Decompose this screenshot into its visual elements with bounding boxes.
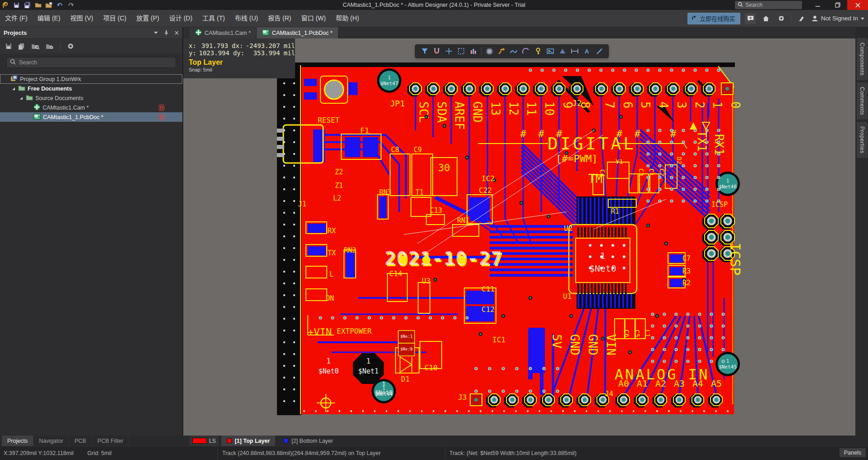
layer-tab-1[interactable]: [1] Top Layer <box>221 436 276 446</box>
tree-expand-arrow[interactable] <box>19 96 24 100</box>
open-project-icon[interactable] <box>43 0 54 10</box>
global-search-input[interactable]: Search <box>735 1 802 9</box>
search-placeholder: Search <box>19 59 37 66</box>
menu-bar: 文件 (F)编辑 (E)视图 (V)项目 (C)放置 (P)设计 (D)工具 (… <box>0 10 868 27</box>
tree-expand-arrow[interactable] <box>11 87 16 91</box>
menu-item-1[interactable]: 文件 (F) <box>0 10 33 27</box>
svg-text:RN1: RN1 <box>457 216 469 225</box>
svg-text:$Net46: $Net46 <box>719 184 737 190</box>
menu-item-9[interactable]: 报告 (R) <box>263 10 296 27</box>
minimize-button[interactable] <box>809 0 826 10</box>
projects-search-input[interactable]: Search <box>6 57 176 68</box>
route-icon[interactable] <box>497 47 506 56</box>
svg-text:F1: F1 <box>360 126 369 135</box>
string-icon[interactable]: A <box>582 47 591 56</box>
svg-text:12: 12 <box>507 101 520 115</box>
menu-item-10[interactable]: 窗口 (W) <box>296 10 331 27</box>
via-key-icon[interactable] <box>534 47 543 56</box>
svg-text:11: 11 <box>525 101 538 115</box>
brush-icon[interactable] <box>796 13 807 24</box>
svg-text:C6: C6 <box>623 330 630 337</box>
svg-text:0: 0 <box>729 101 742 109</box>
snap-magnet-icon[interactable] <box>432 47 441 56</box>
redo-icon[interactable] <box>65 0 76 10</box>
save-all-icon[interactable] <box>22 0 33 10</box>
bottom-tab-2[interactable]: Navigator <box>33 436 69 446</box>
folder-search-icon[interactable] <box>31 43 39 49</box>
tree-item-4[interactable]: CAMtastic1.Cam *D <box>0 103 182 112</box>
buy-online-button[interactable]: 立即在线购买 <box>687 13 740 24</box>
tree-item-label: CAMtastic1_1.PcbDoc * <box>43 114 103 120</box>
pcb-board[interactable]: SCLSDAAREFGND131211109876543210######5VG… <box>277 62 743 429</box>
right-tab-properties[interactable]: Properties <box>857 122 868 158</box>
selection-icon[interactable] <box>457 47 466 56</box>
cursor-coordinates: X:397.209mil Y:1032.118mil <box>4 450 74 456</box>
copy-documents-icon[interactable] <box>18 43 25 50</box>
pin-icon[interactable] <box>164 30 168 35</box>
bottom-tab-1[interactable]: Projects <box>2 436 33 446</box>
search-icon <box>738 2 743 9</box>
tree-item-1[interactable]: Project Group 1.DsnWrk <box>0 74 182 84</box>
menu-item-3[interactable]: 视图 (V) <box>65 10 98 27</box>
open-icon[interactable] <box>33 0 43 10</box>
right-tab-components[interactable]: Components <box>857 38 868 80</box>
image-icon[interactable] <box>546 47 555 56</box>
svg-text:C3: C3 <box>638 168 645 176</box>
sign-in-button[interactable]: Not Signed In <box>811 15 864 22</box>
dimension-icon[interactable] <box>570 47 579 56</box>
menu-item-6[interactable]: 设计 (D) <box>164 10 197 27</box>
menu-item-2[interactable]: 编辑 (E) <box>33 10 66 27</box>
layer-set-chip[interactable]: LS <box>190 436 219 446</box>
save-icon[interactable] <box>11 0 22 10</box>
svg-text:C12: C12 <box>482 305 495 314</box>
pads-icon[interactable] <box>469 47 478 56</box>
menu-item-8[interactable]: 布线 (U) <box>230 10 263 27</box>
panel-close-icon[interactable] <box>175 31 179 35</box>
hover-info: Track (240.88mil,983.68mil)(264.84mil,95… <box>222 450 381 456</box>
undo-icon[interactable] <box>54 0 65 10</box>
layer-tab-label: [1] Top Layer <box>235 438 270 444</box>
tree-item-3[interactable]: Source Documents <box>0 93 182 103</box>
svg-text:T1: T1 <box>415 188 424 196</box>
menu-item-11[interactable]: 帮助 (H) <box>331 10 364 27</box>
document-tab-2[interactable]: CAMtastic1_1.PcbDoc * <box>257 27 338 38</box>
components-icon[interactable] <box>485 47 494 56</box>
layer-tab-label: [2] Bottom Layer <box>291 438 333 444</box>
line-icon[interactable] <box>595 47 604 56</box>
pcb-icon <box>262 29 269 37</box>
track-icon[interactable] <box>509 47 518 56</box>
layer-tab-2[interactable]: [2] Bottom Layer <box>278 436 339 446</box>
pcb-canvas[interactable]: x:391.793 dx:-2493.207 mil y:1023.994 dy… <box>183 38 855 436</box>
tree-item-2[interactable]: Free Documents <box>0 84 182 93</box>
restore-button[interactable] <box>829 0 846 10</box>
tree-item-5[interactable]: CAMtastic1_1.PcbDoc *D <box>0 112 182 122</box>
arc-icon[interactable] <box>521 47 530 56</box>
right-tab-comments[interactable]: Comments <box>857 82 868 120</box>
panels-button[interactable]: Panels <box>839 448 866 457</box>
bottom-tab-4[interactable]: PCB Filter <box>92 436 129 446</box>
panel-dropdown-icon[interactable] <box>154 31 158 34</box>
svg-text:SDA: SDA <box>435 101 448 123</box>
bottom-tab-3[interactable]: PCB <box>69 436 92 446</box>
svg-text:ICSP: ICSP <box>711 201 728 209</box>
canvas-toolbar: A <box>415 44 609 58</box>
filter-icon[interactable] <box>420 47 429 56</box>
svg-text:5V: 5V <box>550 334 563 348</box>
menu-item-4[interactable]: 项目 (C) <box>98 10 131 27</box>
comment-add-icon[interactable] <box>745 13 756 24</box>
save-icon[interactable] <box>5 43 12 49</box>
gear-icon[interactable] <box>776 13 787 24</box>
settings-gear-icon[interactable] <box>67 43 74 50</box>
crosshair-icon[interactable] <box>444 47 453 56</box>
person-icon <box>811 15 818 22</box>
polygon-icon[interactable] <box>558 47 567 56</box>
home-icon[interactable] <box>760 13 771 24</box>
cam-icon <box>33 104 40 112</box>
modified-badge: D <box>159 114 164 120</box>
folder-settings-icon[interactable] <box>46 43 54 49</box>
menu-item-7[interactable]: 工具 (T) <box>197 10 230 27</box>
svg-text:A5: A5 <box>711 378 722 389</box>
menu-item-5[interactable]: 放置 (P) <box>131 10 164 27</box>
document-tab-1[interactable]: CAMtastic1.Cam * <box>190 27 257 38</box>
close-button[interactable] <box>847 0 868 10</box>
